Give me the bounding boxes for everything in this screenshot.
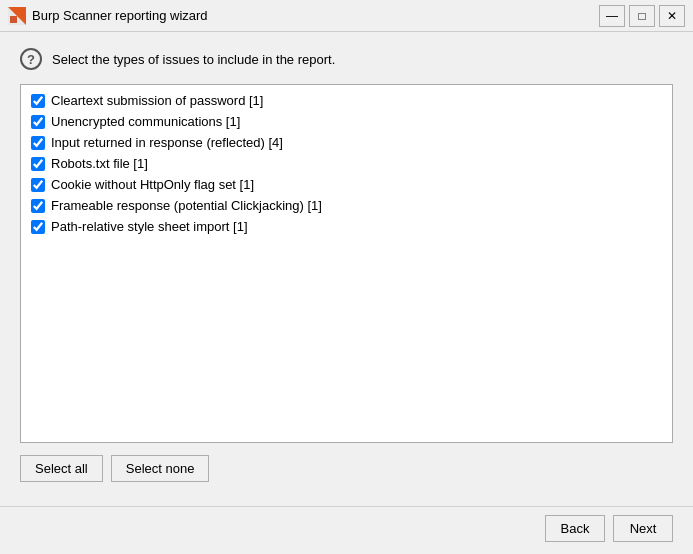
title-bar: Burp Scanner reporting wizard — □ ✕ (0, 0, 693, 32)
app-icon (8, 7, 26, 25)
issue-label-4: Cookie without HttpOnly flag set [1] (51, 177, 254, 192)
issue-checkbox-6[interactable] (31, 220, 45, 234)
issue-checkbox-5[interactable] (31, 199, 45, 213)
help-icon: ? (20, 48, 42, 70)
issue-checkbox-4[interactable] (31, 178, 45, 192)
list-item: Unencrypted communications [1] (31, 114, 662, 129)
issue-checkbox-0[interactable] (31, 94, 45, 108)
select-buttons-row: Select all Select none (20, 455, 673, 482)
header-row: ? Select the types of issues to include … (20, 48, 673, 70)
issue-checkbox-3[interactable] (31, 157, 45, 171)
issue-label-2: Input returned in response (reflected) [… (51, 135, 283, 150)
list-item: Cleartext submission of password [1] (31, 93, 662, 108)
issue-label-6: Path-relative style sheet import [1] (51, 219, 248, 234)
window-title: Burp Scanner reporting wizard (32, 8, 599, 23)
issue-checkbox-2[interactable] (31, 136, 45, 150)
select-all-button[interactable]: Select all (20, 455, 103, 482)
issue-checkbox-1[interactable] (31, 115, 45, 129)
select-none-button[interactable]: Select none (111, 455, 210, 482)
list-item: Cookie without HttpOnly flag set [1] (31, 177, 662, 192)
back-button[interactable]: Back (545, 515, 605, 542)
issue-label-0: Cleartext submission of password [1] (51, 93, 263, 108)
issue-label-3: Robots.txt file [1] (51, 156, 148, 171)
header-text: Select the types of issues to include in… (52, 52, 335, 67)
dialog-body: ? Select the types of issues to include … (0, 32, 693, 506)
issue-label-1: Unencrypted communications [1] (51, 114, 240, 129)
window-controls: — □ ✕ (599, 5, 685, 27)
minimize-button[interactable]: — (599, 5, 625, 27)
svg-rect-2 (10, 16, 17, 23)
footer: Back Next (0, 506, 693, 554)
issue-list-container: Cleartext submission of password [1]Unen… (20, 84, 673, 443)
list-item: Path-relative style sheet import [1] (31, 219, 662, 234)
issue-label-5: Frameable response (potential Clickjacki… (51, 198, 322, 213)
maximize-button[interactable]: □ (629, 5, 655, 27)
list-item: Frameable response (potential Clickjacki… (31, 198, 662, 213)
close-button[interactable]: ✕ (659, 5, 685, 27)
list-item: Robots.txt file [1] (31, 156, 662, 171)
next-button[interactable]: Next (613, 515, 673, 542)
list-item: Input returned in response (reflected) [… (31, 135, 662, 150)
